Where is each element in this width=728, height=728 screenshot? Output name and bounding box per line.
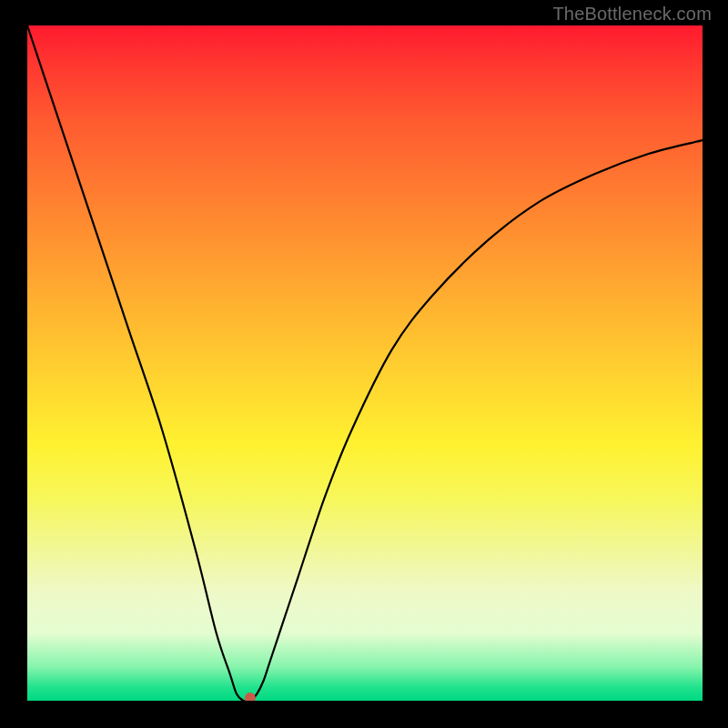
watermark-text: TheBottleneck.com	[552, 4, 712, 25]
plot-area	[27, 25, 703, 701]
optimal-point-marker	[245, 693, 256, 701]
chart-svg	[27, 25, 703, 701]
bottleneck-curve	[27, 25, 703, 701]
